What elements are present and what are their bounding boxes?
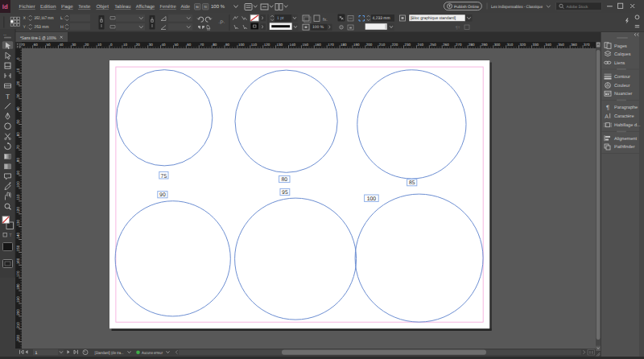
svg-text:Adobe Stock: Adobe Stock [567,5,589,10]
svg-text:200: 200 [366,43,373,47]
svg-text:160: 160 [16,258,20,264]
svg-text:230: 230 [405,43,411,47]
svg-text:Aucune erreur: Aucune erreur [142,351,163,356]
svg-text:280: 280 [469,43,475,47]
svg-text:60: 60 [34,43,39,47]
svg-text:Id: Id [2,3,8,10]
svg-text:Pathfinder: Pathfinder [614,144,635,150]
svg-text:360: 360 [571,43,577,47]
svg-text:85: 85 [409,180,415,186]
svg-text:352,167 mm: 352,167 mm [35,16,54,21]
svg-text:100: 100 [238,43,245,47]
svg-text:Les indispensables - Classique: Les indispensables - Classique [491,5,543,10]
svg-text:Publish Online: Publish Online [454,5,479,10]
svg-text:170: 170 [16,270,20,277]
svg-text:50: 50 [16,119,20,124]
svg-text:130: 130 [16,219,20,225]
svg-text:80: 80 [213,43,217,47]
svg-text:L :: L : [60,16,65,21]
svg-text:Fenêtre: Fenêtre [159,4,176,10]
svg-text:Tableau: Tableau [114,4,130,10]
svg-text:30: 30 [72,43,76,47]
svg-text:140: 140 [16,232,20,238]
svg-text:220: 220 [16,335,20,341]
svg-text:A: A [605,114,609,120]
svg-text:210: 210 [16,322,20,328]
svg-text:110: 110 [251,43,258,47]
svg-text:Couleur: Couleur [614,83,630,89]
svg-text:¶: ¶ [606,104,609,111]
svg-text:253 mm: 253 mm [35,25,49,30]
svg-text:40: 40 [162,43,167,47]
svg-text:Page: Page [61,4,73,10]
svg-text:10: 10 [97,43,102,47]
svg-text:Texte: Texte [78,4,91,10]
svg-text:100: 100 [367,196,377,202]
svg-text:¶†: ¶† [456,26,460,31]
svg-text:Affichage: Affichage [136,4,155,10]
svg-text:100: 100 [16,181,20,188]
svg-text:H :: H : [60,25,66,30]
svg-text:1: 1 [35,351,38,356]
svg-text:180: 180 [341,43,347,47]
svg-text:120: 120 [264,43,270,47]
svg-text:30: 30 [16,93,20,98]
svg-text:Liens: Liens [614,60,625,66]
svg-text:310: 310 [507,43,514,47]
svg-text:0: 0 [16,57,20,60]
svg-text:180: 180 [16,283,20,290]
svg-text:fx.: fx. [323,18,328,23]
svg-text:190: 190 [16,296,20,303]
svg-text:20: 20 [16,80,20,85]
svg-text:70: 70 [200,43,204,47]
svg-text:75: 75 [161,174,167,180]
svg-text:*Sans titre-1 @ 100%: *Sans titre-1 @ 100% [20,36,56,41]
svg-text:120: 120 [16,207,20,213]
svg-text:40: 40 [16,106,20,111]
svg-text:160: 160 [315,43,321,47]
svg-text:Br: Br [196,5,200,9]
svg-text:95: 95 [282,190,288,196]
svg-text:330: 330 [532,43,539,47]
svg-text:Aide: Aide [180,4,190,10]
svg-text:100 %: 100 % [312,25,324,30]
svg-text:80: 80 [282,177,288,183]
svg-text:140: 140 [290,43,296,47]
svg-text:290: 290 [481,43,488,47]
svg-text:80: 80 [16,158,20,163]
svg-text:50: 50 [174,43,179,47]
svg-text:50: 50 [47,43,52,47]
svg-text:320: 320 [520,43,526,47]
svg-text:·P·: ·P· [218,20,225,26]
svg-text:90: 90 [159,192,166,198]
svg-text:4,233 mm: 4,233 mm [373,16,390,21]
svg-text:200: 200 [16,309,20,316]
svg-text:70: 70 [16,145,20,150]
svg-text:T: T [9,233,11,238]
svg-text:170: 170 [328,43,334,47]
svg-text:Y :: Y : [23,25,28,30]
svg-text:60: 60 [187,43,192,47]
svg-text:X :: X : [23,16,28,21]
svg-text:[Standard] (de tra...: [Standard] (de tra... [95,351,124,356]
svg-text:40: 40 [59,43,64,47]
svg-text:220: 220 [392,43,398,47]
svg-text:90: 90 [16,170,20,175]
svg-text:Caractère: Caractère [614,113,634,119]
svg-text:110: 110 [16,194,20,200]
svg-text:210: 210 [379,43,386,47]
svg-text:Objet: Objet [96,4,109,10]
svg-text:1 pt: 1 pt [277,16,284,21]
svg-text:Edition: Edition [40,4,56,10]
svg-text:Calques: Calques [614,52,631,57]
svg-text:270: 270 [456,43,462,47]
svg-text:10: 10 [123,43,128,47]
svg-text:300: 300 [494,43,501,47]
svg-text:240: 240 [417,43,423,47]
svg-text:30: 30 [149,43,154,47]
svg-text:260: 260 [443,43,449,47]
svg-text:350: 350 [558,43,564,47]
svg-text:340: 340 [545,43,551,47]
svg-text:‥: ‥ [3,32,6,37]
svg-text:150: 150 [16,245,20,251]
